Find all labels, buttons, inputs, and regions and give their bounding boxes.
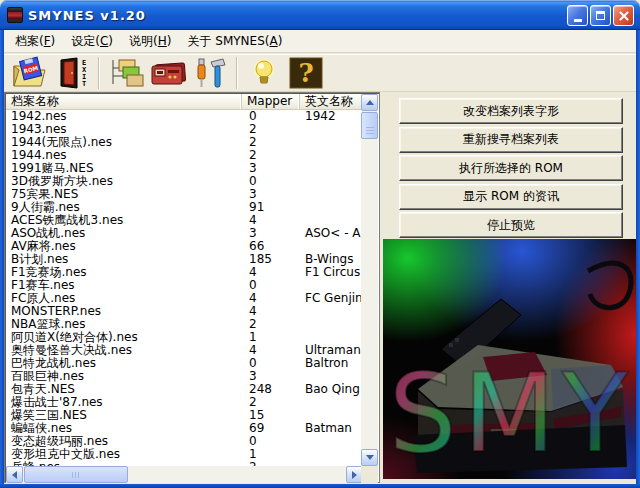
- smy-watermark: SMY: [388, 351, 634, 476]
- file-row[interactable]: B计划.nes 185 B-Wings: [6, 253, 363, 266]
- file-row[interactable]: 9人街霸.nes 91: [6, 201, 363, 214]
- help-icon: ?: [287, 56, 325, 90]
- file-row[interactable]: 百眼巨神.nes 3: [6, 370, 363, 383]
- column-header[interactable]: 档案名称: [6, 94, 242, 110]
- cell-english-name: [300, 123, 363, 136]
- column-header[interactable]: Mapper: [242, 94, 300, 110]
- vertical-scrollbar[interactable]: [361, 94, 378, 466]
- cell-filename: 蝙蝠侠.nes: [6, 422, 242, 435]
- vertical-scroll-thumb[interactable]: [361, 112, 378, 139]
- minimize-button[interactable]: [567, 5, 588, 26]
- cell-filename: 阿贝道X(绝对合体).nes: [6, 331, 242, 344]
- command-button[interactable]: 显示 ROM 的资讯: [399, 184, 623, 210]
- file-row[interactable]: 1942.nes 0 1942: [6, 110, 363, 123]
- cell-filename: 奥特曼怪兽大决战.nes: [6, 344, 242, 357]
- file-row[interactable]: 阿贝道X(绝对合体).nes 1: [6, 331, 363, 344]
- file-row[interactable]: 变形坦克中文版.nes 1: [6, 448, 363, 461]
- rom-preview-image: SMY: [383, 239, 636, 479]
- cell-filename: 变态超级玛丽.nes: [6, 435, 242, 448]
- open-rom-icon: ROM: [11, 56, 49, 90]
- file-row[interactable]: AV麻将.nes 66: [6, 240, 363, 253]
- file-row[interactable]: 1991赌马.NES 3: [6, 162, 363, 175]
- file-row[interactable]: 包青天.NES 248 Bao Qing: [6, 383, 363, 396]
- toolbar-separator: [98, 57, 100, 89]
- app-famicom-icon: [7, 7, 23, 23]
- toolbar-separator: [236, 57, 238, 89]
- file-list: 档案名称Mapper英文名称 1942.nes 0 1942 1943.nes …: [4, 92, 380, 483]
- app-window: SMYNES v1.20 档案(F)设定(C)说明(H)关于 SMYNES(A)…: [0, 0, 640, 488]
- exit-button[interactable]: E X I T: [51, 55, 93, 91]
- file-row[interactable]: FC原人.nes 4 FC Genjin: [6, 292, 363, 305]
- cell-filename: ASO战机.nes: [6, 227, 242, 240]
- file-row[interactable]: 变态超级玛丽.nes 0: [6, 435, 363, 448]
- toolbar: ROM E X I T: [4, 54, 636, 92]
- cell-filename: MONSTERP.nes: [6, 305, 242, 318]
- about-button[interactable]: ?: [285, 55, 327, 91]
- file-row[interactable]: 巴特龙战机.nes 0 Baltron: [6, 357, 363, 370]
- file-row[interactable]: NBA篮球.nes 2: [6, 318, 363, 331]
- cell-filename: 9人街霸.nes: [6, 201, 242, 214]
- cell-english-name: [300, 448, 363, 461]
- file-row[interactable]: MONSTERP.nes 4: [6, 305, 363, 318]
- close-icon: [618, 10, 630, 22]
- window-title: SMYNES v1.20: [28, 8, 146, 23]
- command-button[interactable]: 停止预览: [399, 212, 623, 238]
- cell-filename: ACES铁鹰战机3.nes: [6, 214, 242, 227]
- cell-english-name: Batman: [300, 422, 363, 435]
- cell-english-name: Ultraman: [300, 344, 363, 357]
- cell-english-name: [300, 370, 363, 383]
- file-row[interactable]: ACES铁鹰战机3.nes 4: [6, 214, 363, 227]
- file-row[interactable]: F1赛车.nes 0: [6, 279, 363, 292]
- file-row[interactable]: 1944.nes 2: [6, 149, 363, 162]
- cell-filename: 爆击战士'87.nes: [6, 396, 242, 409]
- close-button[interactable]: [613, 5, 634, 26]
- open-rom-button[interactable]: ROM: [9, 55, 51, 91]
- file-row[interactable]: ASO战机.nes 3 ASO< - Ar: [6, 227, 363, 240]
- menu-item[interactable]: 关于 SMYNES(A): [179, 30, 290, 53]
- horizontal-scroll-thumb[interactable]: [24, 466, 128, 483]
- options-button[interactable]: [189, 55, 231, 91]
- command-button[interactable]: 重新搜寻档案列表: [399, 127, 623, 153]
- cell-english-name: [300, 435, 363, 448]
- file-row[interactable]: 蝙蝠侠.nes 69 Batman: [6, 422, 363, 435]
- run-rom-button[interactable]: [147, 55, 189, 91]
- svg-text:?: ?: [298, 58, 313, 88]
- scroll-up-button[interactable]: [361, 94, 378, 111]
- preview-toggle-button[interactable]: [243, 55, 285, 91]
- cell-english-name: [300, 396, 363, 409]
- window-border-bottom: [0, 484, 640, 488]
- menu-item[interactable]: 设定(C): [63, 30, 121, 53]
- scroll-up-icon: [366, 100, 374, 105]
- menu-item[interactable]: 档案(F): [7, 30, 63, 53]
- cell-filename: 1944.nes: [6, 149, 242, 162]
- cell-filename: B计划.nes: [6, 253, 242, 266]
- file-row[interactable]: 75宾果.NES 3: [6, 188, 363, 201]
- cell-english-name: Bao Qing: [300, 383, 363, 396]
- cell-english-name: [300, 149, 363, 162]
- cell-english-name: [300, 136, 363, 149]
- command-button[interactable]: 执行所选择的 ROM: [399, 155, 623, 181]
- cell-filename: 1991赌马.NES: [6, 162, 242, 175]
- title-bar[interactable]: SMYNES v1.20: [0, 0, 640, 30]
- scrollbar-corner: [361, 466, 378, 483]
- maximize-button[interactable]: [590, 5, 611, 26]
- file-row[interactable]: 奥特曼怪兽大决战.nes 4 Ultraman: [6, 344, 363, 357]
- scroll-left-icon: [12, 471, 17, 479]
- file-row[interactable]: 爆笑三国.NES 15: [6, 409, 363, 422]
- file-row[interactable]: 3D俄罗斯方块.nes 0: [6, 175, 363, 188]
- file-row[interactable]: 爆击战士'87.nes 2: [6, 396, 363, 409]
- minimize-icon: [574, 19, 582, 22]
- cell-english-name: F1 Circus: [300, 266, 363, 279]
- column-header[interactable]: 英文名称: [300, 94, 363, 110]
- browse-folders-button[interactable]: [105, 55, 147, 91]
- horizontal-scrollbar[interactable]: [6, 466, 363, 483]
- file-row[interactable]: 1944(无限点).nes 2: [6, 136, 363, 149]
- file-row[interactable]: F1竞赛场.nes 4 F1 Circus: [6, 266, 363, 279]
- scroll-left-button[interactable]: [6, 466, 23, 483]
- menu-item[interactable]: 说明(H): [121, 30, 179, 53]
- file-row[interactable]: 1943.nes 2: [6, 123, 363, 136]
- scroll-down-button[interactable]: [361, 449, 378, 466]
- cell-filename: 1944(无限点).nes: [6, 136, 242, 149]
- cell-english-name: [300, 214, 363, 227]
- command-button[interactable]: 改变档案列表字形: [399, 98, 623, 124]
